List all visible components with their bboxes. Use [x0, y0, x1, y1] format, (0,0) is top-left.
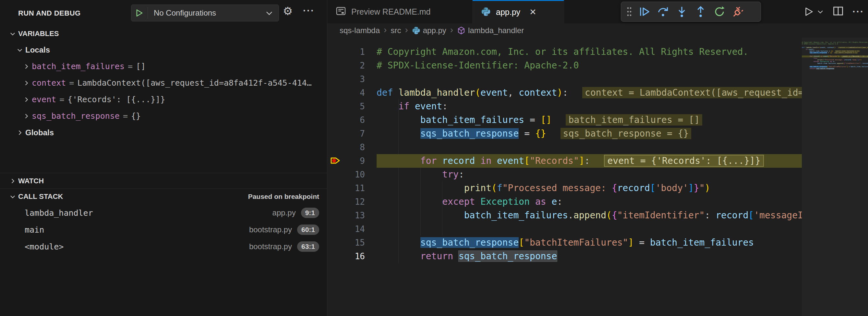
- breadcrumb-file[interactable]: app.py: [412, 26, 446, 35]
- breadcrumb-symbol[interactable]: lambda_handler: [457, 26, 524, 35]
- callstack-frame[interactable]: <module>bootstrap.py63:1: [0, 238, 327, 255]
- gutter[interactable]: 13: [327, 209, 377, 222]
- disconnect-button[interactable]: [729, 3, 748, 20]
- variable-row[interactable]: sqs_batch_response={}: [0, 108, 327, 124]
- line-number: 3: [360, 74, 377, 84]
- step-out-button[interactable]: [691, 3, 710, 20]
- code-line[interactable]: 14: [327, 222, 802, 236]
- code-line[interactable]: 4def lambda_handler(event, context):cont…: [327, 86, 802, 100]
- code-line[interactable]: 16 return sqs_batch_response: [327, 250, 802, 263]
- gutter[interactable]: 15: [327, 236, 377, 250]
- chevron-collapsed-icon[interactable]: [21, 80, 32, 86]
- callstack-section: CALL STACK Paused on breakpoint lambda_h…: [0, 189, 327, 316]
- step-into-button[interactable]: [673, 3, 691, 20]
- gutter[interactable]: 1: [327, 45, 377, 59]
- code-line[interactable]: 9 for record in event["Records"]:event =…: [327, 154, 802, 168]
- code-line[interactable]: 5 if event:: [327, 100, 802, 113]
- callstack-frame[interactable]: lambda_handlerapp.py9:1: [0, 204, 327, 221]
- code-text: sqs_batch_response["batchItemFailures"] …: [377, 236, 802, 250]
- gear-icon[interactable]: ⚙: [283, 4, 292, 18]
- line-column-badge: 63:1: [297, 242, 319, 252]
- continue-button[interactable]: [635, 3, 654, 20]
- run-button[interactable]: [803, 6, 824, 17]
- variables-section-header[interactable]: VARIABLES: [0, 26, 327, 41]
- line-number: 15: [355, 238, 377, 248]
- breadcrumb-separator: ›: [384, 25, 386, 35]
- chevron-collapsed-icon[interactable]: [21, 96, 32, 103]
- frame-file: bootstrap.py: [249, 242, 292, 251]
- gutter[interactable]: 4: [327, 86, 377, 100]
- chevron-expand-icon[interactable]: [14, 47, 25, 53]
- code-line[interactable]: 15 sqs_batch_response["batchItemFailures…: [327, 236, 802, 250]
- chevron-expand-icon[interactable]: [7, 193, 18, 200]
- code-line[interactable]: 1# Copyright Amazon.com, Inc. or its aff…: [327, 45, 802, 59]
- gutter[interactable]: 14: [327, 222, 377, 236]
- minimap[interactable]: # Copyright Amazon.com, Inc. or its affi…: [802, 38, 868, 316]
- variable-name: event: [32, 95, 56, 104]
- gutter[interactable]: 10: [327, 168, 377, 181]
- code-line[interactable]: 12 except Exception as e:: [327, 195, 802, 209]
- inline-debug-value: event = {'Records': [{...}]}: [842, 56, 868, 57]
- drag-handle-icon[interactable]: [624, 3, 635, 20]
- callstack-section-header[interactable]: CALL STACK Paused on breakpoint: [0, 189, 327, 204]
- inline-debug-value: batch_item_failures = []: [566, 114, 702, 126]
- code-line[interactable]: 10 try:: [327, 168, 802, 181]
- watch-section-header[interactable]: WATCH: [0, 173, 327, 189]
- debug-configuration-dropdown[interactable]: No Configurations: [131, 4, 279, 22]
- line-number: 13: [355, 211, 377, 220]
- breadcrumb-separator: ›: [405, 25, 408, 35]
- gutter[interactable]: 5: [327, 100, 377, 113]
- breadcrumb-project[interactable]: sqs-lambda: [340, 26, 380, 35]
- callstack-frame-list: lambda_handlerapp.py9:1mainbootstrap.py6…: [0, 204, 327, 255]
- gutter[interactable]: 2: [327, 59, 377, 72]
- code-text: [377, 140, 802, 154]
- code-line[interactable]: 2# SPDX-License-Identifier: Apache-2.0: [327, 59, 802, 72]
- tab-preview-readme[interactable]: Preview README.md: [327, 0, 473, 23]
- line-number: 14: [355, 224, 377, 234]
- variable-value: LambdaContext([aws_request_id=a8fa412f-a…: [77, 78, 327, 88]
- chevron-collapsed-icon[interactable]: [21, 63, 32, 70]
- globals-group[interactable]: Globals: [0, 124, 327, 141]
- more-actions-icon[interactable]: ···: [852, 6, 864, 17]
- gutter[interactable]: 6: [327, 113, 377, 127]
- tab-app-py[interactable]: app.py ✕: [473, 0, 564, 23]
- variable-row[interactable]: context=LambdaContext([aws_request_id=a8…: [0, 74, 327, 91]
- start-debug-icon[interactable]: [131, 7, 148, 19]
- configuration-label: No Configurations: [148, 8, 265, 18]
- gutter[interactable]: 16: [327, 250, 377, 263]
- code-line[interactable]: 13 batch_item_failures.append({"itemIden…: [327, 209, 802, 222]
- gutter[interactable]: 11: [327, 181, 377, 195]
- variable-row[interactable]: event={'Records': [{...}]}: [0, 91, 327, 108]
- restart-button[interactable]: [710, 3, 729, 20]
- gutter[interactable]: 7: [327, 127, 377, 140]
- step-over-button[interactable]: [654, 3, 673, 20]
- code-text: def lambda_handler(event, context):conte…: [377, 86, 802, 100]
- chevron-expand-icon[interactable]: [7, 31, 18, 37]
- chevron-down-icon: [265, 9, 279, 17]
- close-icon[interactable]: ✕: [529, 7, 536, 17]
- inline-debug-value: sqs_batch_response = {}: [560, 128, 691, 139]
- code-line[interactable]: 6 batch_item_failures = []batch_item_fai…: [327, 113, 802, 127]
- watch-section: WATCH: [0, 173, 327, 189]
- code-editor[interactable]: 1# Copyright Amazon.com, Inc. or its aff…: [327, 38, 868, 316]
- gutter[interactable]: 3: [327, 72, 377, 86]
- locals-group[interactable]: Locals: [0, 41, 327, 58]
- split-editor-button[interactable]: [832, 5, 844, 18]
- chevron-collapsed-icon[interactable]: [14, 129, 25, 136]
- chevron-collapsed-icon[interactable]: [21, 113, 32, 119]
- variable-row[interactable]: batch_item_failures=[]: [0, 58, 327, 74]
- code-line[interactable]: 3: [327, 72, 802, 86]
- breakpoint-icon[interactable]: [330, 156, 341, 166]
- more-actions-icon[interactable]: ···: [303, 5, 315, 16]
- gutter[interactable]: 8: [327, 140, 377, 154]
- chevron-collapsed-icon[interactable]: [7, 178, 18, 184]
- code-line[interactable]: 8: [327, 140, 802, 154]
- code-line[interactable]: 11 print(f"Processed message: {record['b…: [327, 181, 802, 195]
- variables-section: VARIABLES Locals batch_item_failures=[]c…: [0, 26, 327, 141]
- code-line[interactable]: 7 sqs_batch_response = {}sqs_batch_respo…: [327, 127, 802, 140]
- callstack-frame[interactable]: mainbootstrap.py60:1: [0, 221, 327, 238]
- code-text: batch_item_failures = []batch_item_failu…: [377, 113, 802, 127]
- breadcrumb-folder[interactable]: src: [391, 26, 401, 35]
- gutter[interactable]: 9: [327, 154, 377, 168]
- gutter[interactable]: 12: [327, 195, 377, 209]
